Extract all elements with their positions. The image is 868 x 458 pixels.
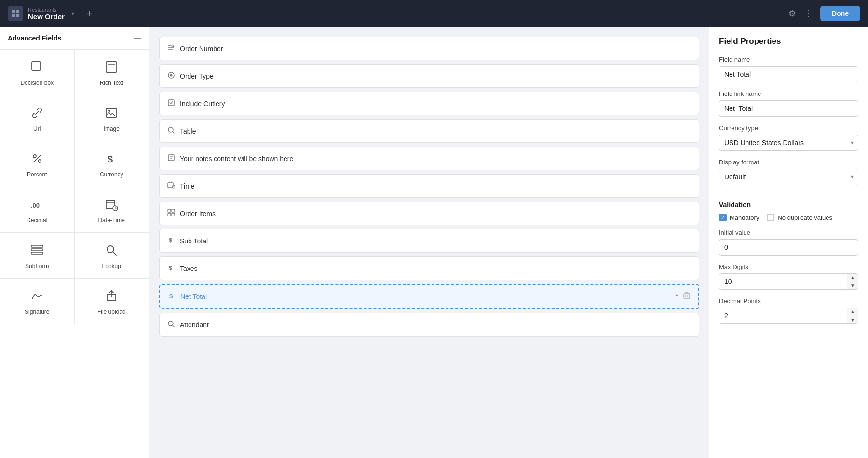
svg-text:$: $ <box>169 293 173 300</box>
svg-line-53 <box>173 325 174 327</box>
initial-value-input[interactable] <box>719 239 858 256</box>
svg-text:$: $ <box>108 154 113 164</box>
svg-rect-4 <box>32 62 41 70</box>
topbar-title-block: Restaurants New Order <box>28 7 65 21</box>
validation-title: Validation <box>719 201 858 209</box>
taxes-icon: $ <box>167 264 175 273</box>
currency-type-wrapper: USD United States Dollars EUR Euro GBP B… <box>719 135 858 151</box>
max-digits-increment[interactable]: ▲ <box>847 274 858 282</box>
svg-rect-0 <box>12 10 15 13</box>
decimal-label: Decimal <box>27 217 47 224</box>
field-time[interactable]: Time <box>159 174 699 198</box>
max-digits-spinner: ▲ ▼ <box>719 273 858 290</box>
svg-text:$: $ <box>169 264 173 271</box>
no-duplicate-item: No duplicate values <box>767 214 832 221</box>
currency-type-label: Currency type <box>719 124 858 132</box>
attendant-icon <box>167 320 175 329</box>
topbar-right: ⚙ ⋮ Done <box>788 6 860 21</box>
time-icon <box>167 181 175 190</box>
table-label: Table <box>180 127 691 135</box>
field-link-name-input[interactable] <box>719 100 858 117</box>
max-digits-decrement[interactable]: ▼ <box>847 282 858 290</box>
svg-rect-49 <box>684 294 690 298</box>
decimal-points-spinner: ▲ ▼ <box>719 308 858 324</box>
add-tab-button[interactable]: + <box>87 8 93 19</box>
topbar-left: Restaurants New Order ▾ + <box>8 6 93 21</box>
field-order-number[interactable]: Order Number <box>159 37 699 60</box>
decimal-points-input[interactable] <box>719 308 847 323</box>
svg-rect-20 <box>31 245 43 247</box>
delete-field-button[interactable] <box>683 292 691 301</box>
field-item-url[interactable]: Url <box>0 95 75 141</box>
field-taxes[interactable]: $ Taxes <box>159 256 699 280</box>
field-net-total[interactable]: $ Net Total * <box>159 284 699 309</box>
done-button[interactable]: Done <box>820 6 860 21</box>
max-digits-label: Max Digits <box>719 263 858 270</box>
field-attendant[interactable]: Attendant <box>159 313 699 337</box>
field-notes[interactable]: Your notes content will be shown here <box>159 147 699 170</box>
field-item-image[interactable]: Image <box>75 95 149 141</box>
decimal-points-decrement[interactable]: ▼ <box>847 316 858 324</box>
display-format-wrapper: Default Comma separated Indian format ▾ <box>719 169 858 185</box>
left-panel: Advanced Fields — Decision box Rich Text <box>0 27 149 458</box>
mandatory-checkbox[interactable] <box>719 214 727 221</box>
decimal-points-increment[interactable]: ▲ <box>847 308 858 316</box>
field-item-rich-text[interactable]: Rich Text <box>75 50 149 95</box>
svg-rect-42 <box>168 209 171 212</box>
svg-rect-21 <box>31 249 43 251</box>
settings-icon[interactable]: ⚙ <box>788 8 796 19</box>
field-sub-total[interactable]: $ Sub Total <box>159 229 699 253</box>
field-item-currency[interactable]: $ Currency <box>75 141 149 187</box>
time-label: Time <box>180 182 691 190</box>
svg-rect-43 <box>172 209 175 212</box>
chevron-down-icon[interactable]: ▾ <box>71 10 74 17</box>
percent-label: Percent <box>27 171 47 178</box>
field-order-type[interactable]: Order Type <box>159 64 699 88</box>
svg-text:.00: .00 <box>31 202 40 209</box>
lookup-icon <box>103 242 120 259</box>
field-item-date-time[interactable]: Date-Time <box>75 187 149 233</box>
field-item-file-upload[interactable]: File upload <box>75 279 149 324</box>
no-duplicate-checkbox[interactable] <box>767 214 774 221</box>
divider <box>719 193 858 193</box>
app-icon <box>8 6 23 21</box>
mandatory-item: Mandatory <box>719 214 759 221</box>
max-digits-input[interactable] <box>719 274 847 289</box>
no-duplicate-label: No duplicate values <box>777 214 832 221</box>
field-item-signature[interactable]: Signature <box>0 279 75 324</box>
group-order-items[interactable]: Order Items <box>159 202 699 225</box>
display-format-label: Display format <box>719 159 858 166</box>
order-type-icon <box>167 71 175 81</box>
currency-type-select[interactable]: USD United States Dollars EUR Euro GBP B… <box>719 135 858 151</box>
main-layout: Advanced Fields — Decision box Rich Text <box>0 27 868 458</box>
field-item-decision-box[interactable]: Decision box <box>0 50 75 95</box>
svg-line-24 <box>113 252 116 255</box>
svg-rect-2 <box>12 14 15 17</box>
lookup-label: Lookup <box>102 263 121 269</box>
svg-point-31 <box>170 74 173 77</box>
field-item-subform[interactable]: SubForm <box>0 233 75 279</box>
field-item-percent[interactable]: Percent <box>0 141 75 187</box>
field-include-cutlery[interactable]: Include Cutlery <box>159 92 699 115</box>
svg-line-34 <box>173 132 174 133</box>
field-item-decimal[interactable]: .00 Decimal <box>0 187 75 233</box>
field-name-label: Field name <box>719 56 858 63</box>
collapse-panel-button[interactable]: — <box>134 34 141 42</box>
svg-line-14 <box>34 155 41 162</box>
mandatory-label: Mandatory <box>730 214 759 221</box>
field-item-lookup[interactable]: Lookup <box>75 233 149 279</box>
sub-total-label: Sub Total <box>180 237 691 245</box>
center-panel: Order Number Order Type Include Cutlery … <box>149 27 709 458</box>
svg-rect-1 <box>16 10 19 13</box>
net-total-label: Net Total <box>180 293 669 300</box>
sub-total-icon: $ <box>167 236 175 245</box>
svg-point-12 <box>33 155 36 158</box>
field-name-input[interactable] <box>719 66 858 82</box>
field-table[interactable]: Table <box>159 119 699 143</box>
currency-icon: $ <box>103 150 120 167</box>
display-format-select[interactable]: Default Comma separated Indian format <box>719 169 858 185</box>
more-options-icon[interactable]: ⋮ <box>804 8 813 19</box>
svg-point-13 <box>38 160 41 162</box>
right-panel: Field Properties Field name Field link n… <box>709 27 868 458</box>
file-upload-label: File upload <box>97 309 126 315</box>
